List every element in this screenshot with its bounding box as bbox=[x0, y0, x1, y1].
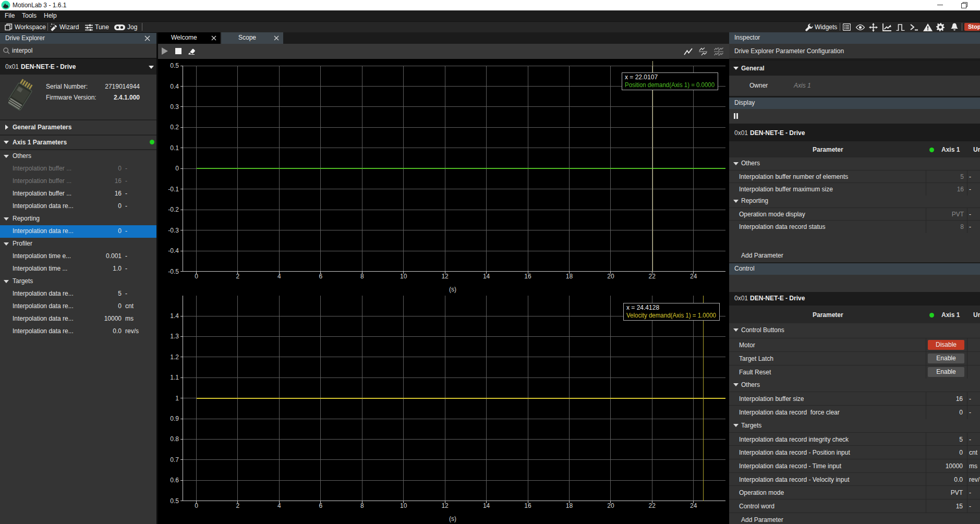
svg-text:0.5: 0.5 bbox=[170, 62, 179, 69]
svg-text:Position demand(Axis 1) = 0.00: Position demand(Axis 1) = 0.0000 bbox=[625, 81, 715, 89]
svg-text:x = 22.0107: x = 22.0107 bbox=[625, 74, 658, 81]
svg-text:0: 0 bbox=[195, 273, 198, 280]
svg-text:0: 0 bbox=[175, 165, 179, 172]
svg-text:1: 1 bbox=[175, 395, 179, 402]
svg-text:4: 4 bbox=[277, 502, 281, 509]
svg-text:-0.3: -0.3 bbox=[168, 227, 179, 234]
svg-text:6: 6 bbox=[319, 273, 322, 280]
svg-text:22: 22 bbox=[649, 502, 656, 509]
svg-text:12: 12 bbox=[441, 502, 449, 509]
svg-text:x = 24.4128: x = 24.4128 bbox=[626, 304, 659, 311]
svg-text:Velocity demand(Axis 1) = 1.00: Velocity demand(Axis 1) = 1.0000 bbox=[626, 312, 716, 319]
svg-text:0.4: 0.4 bbox=[170, 83, 179, 90]
svg-text:1.2: 1.2 bbox=[170, 354, 179, 361]
svg-text:8: 8 bbox=[360, 273, 364, 280]
svg-text:-0.5: -0.5 bbox=[168, 268, 179, 275]
svg-text:2: 2 bbox=[236, 502, 240, 509]
svg-text:18: 18 bbox=[566, 502, 573, 509]
svg-text:14: 14 bbox=[483, 273, 490, 280]
svg-text:20: 20 bbox=[607, 273, 614, 280]
svg-text:18: 18 bbox=[566, 273, 573, 280]
svg-text:0.8: 0.8 bbox=[170, 435, 179, 443]
svg-text:20: 20 bbox=[607, 502, 614, 509]
svg-text:10: 10 bbox=[400, 502, 407, 509]
svg-text:0: 0 bbox=[195, 502, 198, 509]
svg-text:1.3: 1.3 bbox=[170, 333, 179, 340]
svg-text:2: 2 bbox=[236, 273, 240, 280]
svg-text:0.1: 0.1 bbox=[170, 144, 179, 152]
svg-text:22: 22 bbox=[649, 273, 656, 280]
svg-text:-0.2: -0.2 bbox=[168, 206, 179, 213]
svg-text:(s): (s) bbox=[449, 286, 456, 293]
svg-text:14: 14 bbox=[483, 502, 490, 509]
svg-text:16: 16 bbox=[524, 502, 531, 509]
svg-text:0.2: 0.2 bbox=[170, 124, 179, 131]
svg-text:0.9: 0.9 bbox=[170, 415, 179, 422]
svg-text:24: 24 bbox=[690, 273, 697, 280]
svg-text:4: 4 bbox=[277, 273, 281, 280]
svg-text:-0.1: -0.1 bbox=[168, 186, 179, 193]
svg-text:0.7: 0.7 bbox=[170, 456, 179, 464]
svg-text:1.4: 1.4 bbox=[170, 312, 179, 320]
svg-text:(s): (s) bbox=[449, 515, 456, 522]
svg-text:16: 16 bbox=[524, 273, 531, 280]
svg-text:6: 6 bbox=[319, 502, 322, 509]
svg-text:24: 24 bbox=[690, 502, 697, 509]
svg-text:1.1: 1.1 bbox=[170, 374, 179, 381]
svg-text:0.5: 0.5 bbox=[170, 497, 179, 505]
svg-text:12: 12 bbox=[441, 273, 449, 280]
svg-text:0.3: 0.3 bbox=[170, 103, 179, 111]
svg-text:10: 10 bbox=[400, 273, 407, 280]
svg-text:-0.4: -0.4 bbox=[168, 247, 179, 254]
svg-text:0.6: 0.6 bbox=[170, 477, 179, 484]
svg-text:8: 8 bbox=[360, 502, 364, 509]
